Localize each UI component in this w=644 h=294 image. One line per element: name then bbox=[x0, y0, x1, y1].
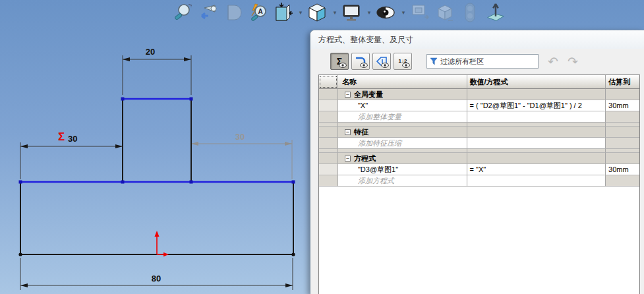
table-row-global-x[interactable]: "X" = ( "D2@草图1" - "D1@草图1" ) / 2 30mm bbox=[319, 100, 639, 111]
redo-icon[interactable]: ↷ bbox=[568, 55, 578, 68]
filter-funnel-icon bbox=[430, 57, 438, 65]
dimension-bottom-value: 80 bbox=[152, 274, 161, 283]
formula-cell[interactable]: = "X" bbox=[467, 164, 606, 175]
dimension-view-button[interactable] bbox=[351, 53, 370, 70]
dimension-top[interactable]: 20 bbox=[123, 47, 191, 95]
dimension-left[interactable]: Σ 30 bbox=[20, 131, 123, 179]
formula-cell[interactable]: = ( "D2@草图1" - "D1@草图1" ) / 2 bbox=[467, 100, 606, 111]
filter-input[interactable]: 过滤所有栏区 bbox=[426, 54, 539, 69]
toggle-disabled-icon[interactable] bbox=[459, 1, 481, 24]
section-features: − 特征 bbox=[319, 127, 639, 138]
chevron-down-icon[interactable]: ▾ bbox=[365, 9, 373, 16]
variable-name-cell[interactable]: "D3@草图1" bbox=[338, 164, 467, 175]
dimension-left-value: 30 bbox=[68, 134, 77, 144]
table-header-row: 名称 数值/方程式 估算到 bbox=[319, 75, 639, 89]
variable-name-cell[interactable]: "X" bbox=[338, 100, 467, 111]
equation-view-button[interactable]: Σ bbox=[330, 53, 349, 70]
row-selector-header bbox=[319, 75, 338, 89]
add-global-variable-row[interactable]: 添加整体变量 bbox=[319, 111, 639, 123]
eye-icon bbox=[381, 63, 389, 68]
chevron-down-icon[interactable]: ▾ bbox=[399, 9, 407, 16]
dimension-bottom[interactable]: 80 bbox=[20, 258, 293, 290]
dialog-toolbar: Σ 1↓2 过滤所有栏区 ↶ bbox=[310, 49, 644, 74]
equations-table: 名称 数值/方程式 估算到 − 全局变量 "X" = ( "D2@草图1" - … bbox=[318, 74, 640, 294]
dimension-top-value: 20 bbox=[146, 47, 155, 57]
sigma-equation-marker: Σ bbox=[58, 131, 65, 143]
collapse-icon[interactable]: − bbox=[345, 129, 351, 135]
dialog-title: 方程式、整体变量、及尺寸 bbox=[310, 30, 644, 49]
column-header-formula: 数值/方程式 bbox=[467, 75, 606, 89]
normal-to-icon[interactable] bbox=[484, 1, 506, 24]
sketch-canvas[interactable]: 20 Σ 30 30 80 bbox=[0, 0, 310, 294]
equations-dialog: 方程式、整体变量、及尺寸 Σ 1↓2 bbox=[310, 30, 644, 294]
ordered-view-button[interactable]: 1↓2 bbox=[394, 53, 412, 70]
origin-icon bbox=[155, 231, 169, 256]
add-feature-suppression-row[interactable]: 添加特征压缩 bbox=[319, 138, 639, 149]
add-equation-row[interactable]: 添加方程式 bbox=[319, 175, 639, 187]
collapse-icon[interactable]: − bbox=[345, 156, 351, 162]
collapse-icon[interactable]: − bbox=[345, 92, 351, 98]
scene-disabled-icon[interactable] bbox=[434, 1, 456, 24]
column-header-name: 名称 bbox=[338, 75, 467, 89]
section-global-variables: − 全局变量 bbox=[319, 89, 639, 100]
undo-icon[interactable]: ↶ bbox=[548, 55, 558, 68]
dimension-right-value: 30 bbox=[235, 132, 245, 142]
dimension-right-driven[interactable]: 30 bbox=[191, 132, 292, 179]
section-equations: − 方程式 bbox=[319, 153, 639, 164]
eye-icon bbox=[360, 63, 368, 68]
evaluates-cell: 30mm bbox=[606, 164, 639, 175]
view-settings-icon[interactable] bbox=[340, 1, 363, 24]
eye-icon bbox=[339, 63, 347, 68]
hide-show-items-icon[interactable] bbox=[374, 1, 397, 24]
eye-icon bbox=[402, 63, 410, 68]
evaluates-cell: 30mm bbox=[606, 100, 639, 111]
chevron-down-icon[interactable]: ▾ bbox=[331, 9, 339, 16]
table-row-equation-d3[interactable]: "D3@草图1" = "X" 30mm bbox=[319, 164, 639, 175]
edit-appearance-disabled-icon[interactable] bbox=[409, 1, 431, 24]
sketch-equation-view-button[interactable] bbox=[372, 53, 391, 70]
column-header-evaluates: 估算到 bbox=[606, 75, 639, 89]
